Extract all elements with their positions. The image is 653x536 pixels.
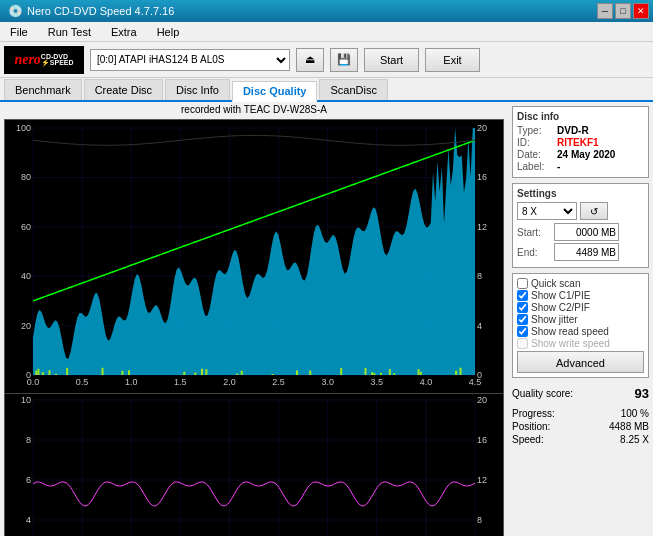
disc-info-title: Disc info — [517, 111, 644, 122]
eject-button[interactable]: ⏏ — [296, 48, 324, 72]
show-jitter-checkbox[interactable] — [517, 314, 528, 325]
show-read-speed-label: Show read speed — [531, 326, 609, 337]
speed-dropdown[interactable]: 8 X — [517, 202, 577, 220]
disc-label-label: Label: — [517, 161, 553, 172]
minimize-button[interactable]: ─ — [597, 3, 613, 19]
disc-info-section: Disc info Type: DVD-R ID: RITEKF1 Date: … — [512, 106, 649, 178]
show-c2pif-checkbox[interactable] — [517, 302, 528, 313]
pif-chart-canvas — [5, 394, 503, 536]
speed-value: 8.25 X — [620, 434, 649, 445]
tab-benchmark[interactable]: Benchmark — [4, 79, 82, 100]
right-panel: Disc info Type: DVD-R ID: RITEKF1 Date: … — [508, 102, 653, 536]
menu-extra[interactable]: Extra — [105, 24, 143, 40]
pie-chart-canvas — [5, 120, 503, 393]
disc-label-val: - — [557, 161, 560, 172]
quality-score-row: Quality score: 93 — [512, 386, 649, 401]
progress-section: Progress: 100 % Position: 4488 MB Speed:… — [512, 406, 649, 445]
menu-run-test[interactable]: Run Test — [42, 24, 97, 40]
tab-bar: Benchmark Create Disc Disc Info Disc Qua… — [0, 78, 653, 102]
quick-scan-checkbox[interactable] — [517, 278, 528, 289]
main-content: recorded with TEAC DV-W28S-A PI Errors A… — [0, 102, 653, 536]
settings-title: Settings — [517, 188, 644, 199]
disc-id-label: ID: — [517, 137, 553, 148]
show-c1pie-label: Show C1/PIE — [531, 290, 590, 301]
save-button[interactable]: 💾 — [330, 48, 358, 72]
toolbar: nero CD-DVD⚡SPEED [0:0] ATAPI iHAS124 B … — [0, 42, 653, 78]
device-dropdown[interactable]: [0:0] ATAPI iHAS124 B AL0S — [90, 49, 290, 71]
menu-help[interactable]: Help — [151, 24, 186, 40]
settings-refresh-button[interactable]: ↺ — [580, 202, 608, 220]
disc-date-label: Date: — [517, 149, 553, 160]
settings-section: Settings 8 X ↺ Start: End: — [512, 183, 649, 268]
left-charts: recorded with TEAC DV-W28S-A PI Errors A… — [0, 102, 508, 536]
app-icon: 💿 — [8, 4, 23, 18]
position-label: Position: — [512, 421, 550, 432]
end-input[interactable] — [554, 243, 619, 261]
show-c1pie-checkbox[interactable] — [517, 290, 528, 301]
tab-scan-disc[interactable]: ScanDisc — [319, 79, 387, 100]
position-value: 4488 MB — [609, 421, 649, 432]
disc-date-val: 24 May 2020 — [557, 149, 615, 160]
advanced-button[interactable]: Advanced — [517, 351, 644, 373]
title-bar: 💿 Nero CD-DVD Speed 4.7.7.16 ─ □ ✕ — [0, 0, 653, 22]
quick-scan-label: Quick scan — [531, 278, 580, 289]
nero-logo: nero CD-DVD⚡SPEED — [4, 46, 84, 74]
show-c2pif-label: Show C2/PIF — [531, 302, 590, 313]
tab-create-disc[interactable]: Create Disc — [84, 79, 163, 100]
checkboxes-section: Quick scan Show C1/PIE Show C2/PIF Show … — [512, 273, 649, 378]
start-input[interactable] — [554, 223, 619, 241]
show-write-speed-checkbox — [517, 338, 528, 349]
show-write-speed-label: Show write speed — [531, 338, 610, 349]
show-jitter-label: Show jitter — [531, 314, 578, 325]
start-label: Start: — [517, 227, 551, 238]
speed-label: Speed: — [512, 434, 544, 445]
quality-score-value: 93 — [635, 386, 649, 401]
progress-value: 100 % — [621, 408, 649, 419]
show-read-speed-checkbox[interactable] — [517, 326, 528, 337]
start-button[interactable]: Start — [364, 48, 419, 72]
end-label: End: — [517, 247, 551, 258]
disc-type-val: DVD-R — [557, 125, 589, 136]
chart-header: recorded with TEAC DV-W28S-A — [0, 102, 508, 117]
tab-disc-info[interactable]: Disc Info — [165, 79, 230, 100]
menu-file[interactable]: File — [4, 24, 34, 40]
tab-disc-quality[interactable]: Disc Quality — [232, 81, 318, 102]
app-title: Nero CD-DVD Speed 4.7.7.16 — [27, 5, 174, 17]
disc-id-val: RITEKF1 — [557, 137, 599, 148]
progress-label: Progress: — [512, 408, 555, 419]
quality-score-label: Quality score: — [512, 388, 573, 399]
chart-area — [4, 119, 504, 536]
disc-type-label: Type: — [517, 125, 553, 136]
menu-bar: File Run Test Extra Help — [0, 22, 653, 42]
maximize-button[interactable]: □ — [615, 3, 631, 19]
close-button[interactable]: ✕ — [633, 3, 649, 19]
exit-button[interactable]: Exit — [425, 48, 480, 72]
